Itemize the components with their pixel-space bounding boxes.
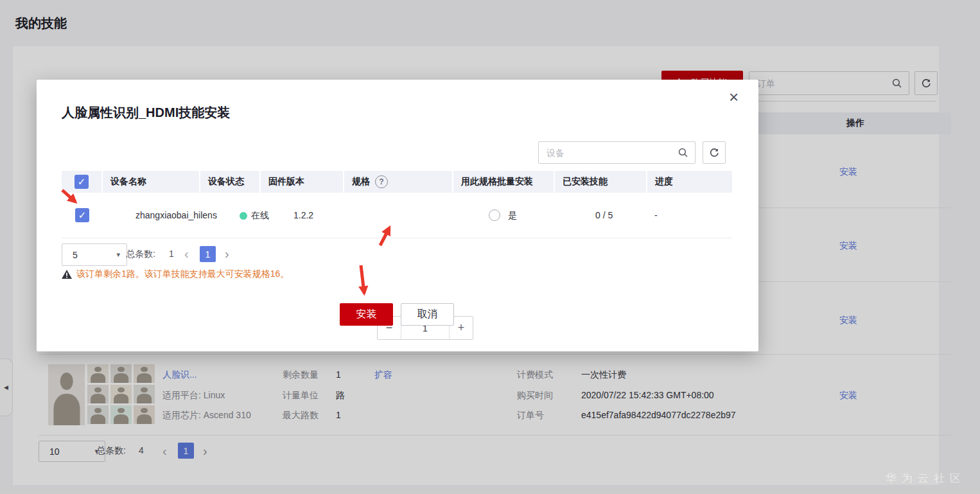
prev-page-icon[interactable]: ‹ xyxy=(184,247,189,260)
col-header-spec: 规格 ? xyxy=(344,171,453,193)
install-skill-dialog: × 人脸属性识别_HDMI技能安装 ✓ 设备名称 设备状态 固件版本 规格 ? … xyxy=(37,80,758,351)
page-number-label: 1 xyxy=(206,249,211,260)
col-header-device-name: 设备名称 xyxy=(103,171,200,193)
batch-install-label: 是 xyxy=(508,210,517,222)
col-header-label: 进度 xyxy=(655,176,673,188)
refresh-icon xyxy=(709,148,719,158)
row-checkbox[interactable]: ✓ xyxy=(75,208,89,222)
col-header-batch: 用此规格批量安装 xyxy=(453,171,555,193)
community-watermark: 华为云社区 xyxy=(886,471,966,486)
install-progress: - xyxy=(654,210,658,220)
device-name: zhangxiaobai_hilens xyxy=(136,210,217,220)
close-icon[interactable]: × xyxy=(729,89,739,105)
install-button[interactable]: 安装 xyxy=(340,303,393,326)
dialog-title: 人脸属性识别_HDMI技能安装 xyxy=(62,104,230,121)
device-table-header: ✓ 设备名称 设备状态 固件版本 规格 ? 用此规格批量安装 已安装技能 进度 xyxy=(62,171,732,193)
warning-icon xyxy=(62,270,72,279)
firmware-version: 1.2.2 xyxy=(293,210,313,220)
check-icon: ✓ xyxy=(78,176,86,188)
col-header-label: 设备名称 xyxy=(110,176,146,188)
col-header-label: 固件版本 xyxy=(268,176,304,188)
col-header-device-status: 设备状态 xyxy=(200,171,261,193)
col-header-label: 设备状态 xyxy=(208,176,244,188)
device-search-box xyxy=(538,141,696,164)
select-all-checkbox[interactable]: ✓ xyxy=(74,175,89,189)
col-header-label: 规格 xyxy=(352,176,370,188)
help-glyph: ? xyxy=(379,177,383,186)
check-icon: ✓ xyxy=(78,209,87,221)
help-icon[interactable]: ? xyxy=(375,175,388,188)
chevron-down-icon: ▾ xyxy=(116,251,120,259)
total-label: 总条数: xyxy=(126,249,155,260)
installed-skills: 0 / 5 xyxy=(595,210,613,220)
quota-warning: 该订单剩余1路。该订单技能支持最大可安装规格16。 xyxy=(62,269,289,280)
quota-warning-text: 该订单剩余1路。该订单技能支持最大可安装规格16。 xyxy=(76,269,289,280)
cancel-button[interactable]: 取消 xyxy=(401,303,454,326)
col-header-progress: 进度 xyxy=(647,171,732,193)
device-table-row: ✓ zhangxiaobai_hilens 在线 1.2.2 − 1 + 是 0… xyxy=(62,193,732,238)
page-size-select[interactable]: 5 ▾ xyxy=(62,243,127,266)
col-header-firmware: 固件版本 xyxy=(261,171,344,193)
col-header-label: 用此规格批量安装 xyxy=(461,176,533,188)
total-count: 1 xyxy=(169,249,174,259)
device-search-input[interactable] xyxy=(539,148,671,158)
page-number-active[interactable]: 1 xyxy=(200,246,216,262)
online-status-dot xyxy=(240,212,247,220)
col-header-installed: 已安装技能 xyxy=(555,171,647,193)
app-root: 我的技能 购买技能 操作 安装 安装 安装 xyxy=(0,0,980,494)
refresh-button[interactable] xyxy=(703,141,726,164)
search-icon[interactable] xyxy=(671,147,695,158)
install-button-label: 安装 xyxy=(356,308,377,321)
cancel-button-label: 取消 xyxy=(417,308,438,321)
device-status: 在线 xyxy=(251,210,269,222)
col-header-label: 已安装技能 xyxy=(563,176,608,188)
batch-install-radio[interactable] xyxy=(489,209,500,221)
page-size-value: 5 xyxy=(73,250,78,260)
next-page-icon[interactable]: › xyxy=(225,247,229,260)
